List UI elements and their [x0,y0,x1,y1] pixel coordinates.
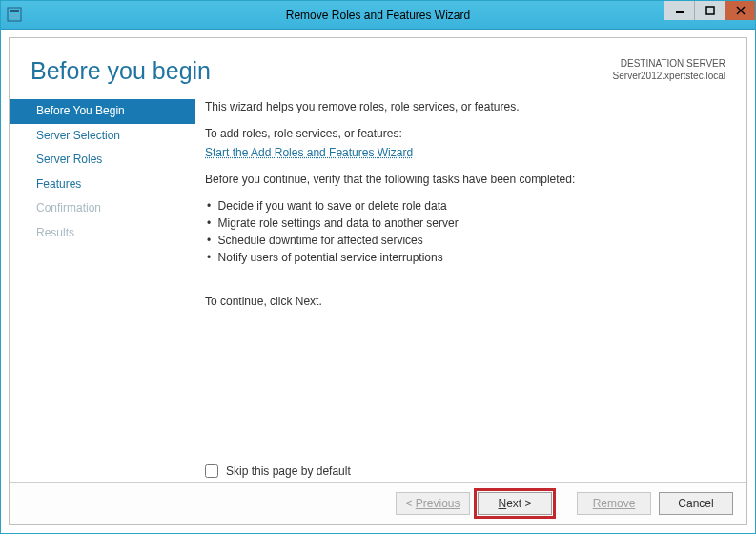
inner-panel: Before you begin DESTINATION SERVER Serv… [9,37,747,525]
prereq-item: Schedule downtime for affected services [205,232,718,249]
continue-text: To continue, click Next. [205,293,718,310]
svg-rect-5 [706,7,714,14]
remove-button: Remove [577,492,651,515]
start-add-roles-link[interactable]: Start the Add Roles and Features Wizard [205,146,413,159]
nav-server-selection[interactable]: Server Selection [10,124,195,149]
app-icon [7,7,22,22]
destination-server: Server2012.xpertstec.local [613,70,725,82]
skip-label: Skip this page by default [226,464,351,478]
cancel-button[interactable]: Cancel [659,492,733,515]
skip-row: Skip this page by default [195,457,746,482]
svg-rect-3 [10,17,19,19]
window-control-buttons [664,1,755,20]
page-title: Before you begin [31,57,211,85]
add-roles-label: To add roles, role services, or features… [205,125,718,142]
prereq-item: Notify users of potential service interr… [205,249,718,266]
destination-info: DESTINATION SERVER Server2012.xpertstec.… [613,57,725,82]
next-button[interactable]: Next > [478,492,552,515]
svg-rect-2 [10,14,19,16]
maximize-button[interactable] [694,1,725,20]
intro-text: This wizard helps you remove roles, role… [205,98,718,115]
nav-server-roles[interactable]: Server Roles [10,148,195,173]
wizard-nav: Before You Begin Server Selection Server… [10,94,195,457]
previous-button: < Previous [396,492,470,515]
prereq-list: Decide if you want to save or delete rol… [205,197,718,266]
prereq-item: Migrate role settings and data to anothe… [205,215,718,232]
svg-rect-1 [10,10,19,12]
verify-text: Before you continue, verify that the fol… [205,171,718,188]
header-area: Before you begin DESTINATION SERVER Serv… [10,38,746,94]
window-title: Remove Roles and Features Wizard [286,9,470,22]
content-wrap: Before you begin DESTINATION SERVER Serv… [1,30,755,533]
prereq-item: Decide if you want to save or delete rol… [205,197,718,215]
body-area: Before You Begin Server Selection Server… [10,94,746,457]
nav-features[interactable]: Features [10,173,195,197]
titlebar: Remove Roles and Features Wizard [1,1,755,30]
destination-label: DESTINATION SERVER [613,57,725,70]
nav-confirmation: Confirmation [10,196,195,221]
wizard-window: Remove Roles and Features Wizard Before … [0,0,756,534]
footer-buttons: < Previous Next > Remove Cancel [10,482,746,524]
nav-before-you-begin[interactable]: Before You Begin [10,99,195,124]
main-content: This wizard helps you remove roles, role… [195,94,746,457]
close-button[interactable] [725,1,755,20]
minimize-button[interactable] [664,1,694,20]
nav-results: Results [10,221,195,246]
skip-checkbox[interactable] [205,464,218,478]
